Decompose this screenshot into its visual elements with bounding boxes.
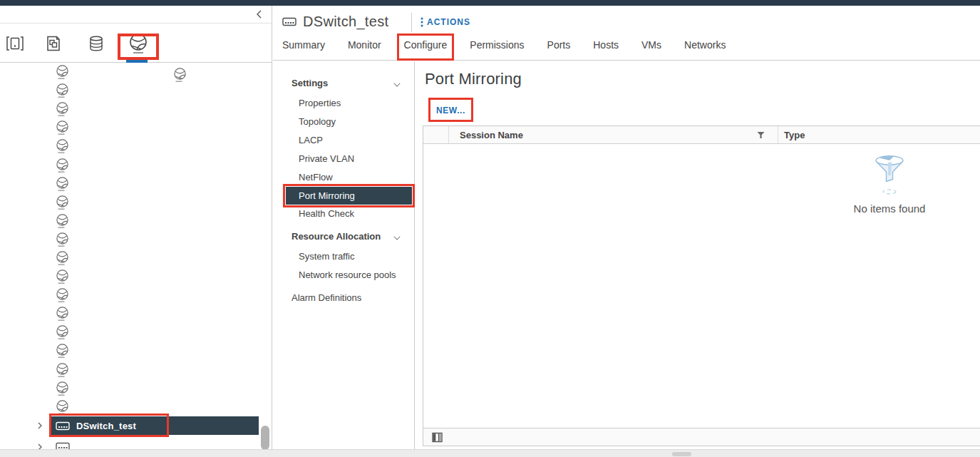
network-icon	[56, 287, 69, 303]
collapse-sidebar-chevron-icon[interactable]	[254, 9, 264, 19]
tree-item-network[interactable]	[56, 63, 69, 81]
tree-item-network[interactable]	[56, 304, 69, 323]
sidebar-collapse-row	[0, 6, 272, 24]
subnav-section-settings[interactable]: Settings	[273, 73, 414, 94]
column-header-type[interactable]: Type	[778, 126, 980, 143]
main-panel: DSwitch_test ACTIONS SummaryMonitorConfi…	[273, 6, 980, 457]
subnav-item-system-traffic[interactable]: System traffic	[273, 247, 414, 266]
divider	[411, 13, 412, 32]
inventory-view-toolbar	[0, 24, 272, 63]
empty-text: No items found	[850, 202, 929, 215]
chevron-down-icon	[393, 80, 400, 86]
distributed-switch-icon	[56, 421, 70, 431]
tree-network-list	[56, 63, 69, 416]
network-icon	[56, 195, 69, 210]
subnav-item-topology[interactable]: Topology	[273, 113, 414, 131]
actions-label: ACTIONS	[427, 17, 470, 27]
storage-icon[interactable]	[86, 33, 107, 54]
tree-item-network[interactable]	[56, 323, 69, 342]
tree-item-network[interactable]	[56, 286, 69, 304]
tree-item-network[interactable]	[56, 379, 69, 398]
network-icon	[56, 381, 69, 396]
tab-vms[interactable]: VMs	[641, 39, 661, 57]
subnav-item-port-mirroring[interactable]: Port Mirroring	[286, 187, 412, 205]
tree-item-network[interactable]	[56, 137, 69, 155]
annotation-highlight-new: NEW...	[428, 98, 473, 122]
subnav-item-private-vlan[interactable]: Private VLAN	[273, 150, 414, 168]
network-icon	[56, 324, 69, 340]
vertical-scrollbar-thumb[interactable]	[261, 426, 269, 450]
inventory-tree	[0, 63, 261, 457]
tree-item-network[interactable]	[56, 267, 69, 286]
page-title: DSwitch_test	[303, 14, 388, 30]
network-icon	[56, 343, 69, 359]
tree-item-network[interactable]	[56, 249, 69, 267]
network-icon	[56, 64, 69, 80]
tab-networks[interactable]: Networks	[684, 39, 726, 57]
tab-configure[interactable]: Configure	[404, 39, 448, 57]
tab-monitor[interactable]: Monitor	[348, 39, 381, 57]
tree-item-network[interactable]	[56, 342, 69, 360]
network-icon	[173, 67, 187, 83]
expand-caret-icon[interactable]	[37, 421, 43, 430]
network-icon	[56, 269, 69, 284]
filter-icon[interactable]	[757, 131, 765, 139]
subnav-section-alarm-definitions[interactable]: Alarm Definitions	[273, 287, 414, 309]
tab-summary[interactable]: Summary	[282, 39, 325, 57]
tree-item-network-nested[interactable]	[173, 67, 187, 83]
content-panel: Port Mirroring NEW... Session Name Type	[415, 61, 980, 457]
column-header-session-name[interactable]: Session Name	[449, 126, 778, 143]
tree-item-network[interactable]	[56, 118, 69, 137]
table-select-column	[423, 126, 449, 143]
horizontal-scrollbar	[0, 449, 980, 457]
column-label: Session Name	[460, 130, 523, 140]
tree-item-network[interactable]	[56, 230, 69, 249]
column-label: Type	[784, 130, 805, 140]
vertical-dots-icon	[421, 17, 423, 27]
tree-item-label: DSwitch_test	[76, 421, 136, 431]
tab-bar: SummaryMonitorConfigurePermissionsPortsH…	[282, 39, 726, 57]
table-body: No items found	[423, 144, 980, 428]
network-icon	[56, 101, 69, 117]
tree-item-network[interactable]	[56, 212, 69, 230]
tree-item-dswitch-test[interactable]: DSwitch_test	[51, 416, 259, 435]
table-footer	[423, 428, 980, 446]
subnav-item-lacp[interactable]: LACP	[273, 131, 414, 150]
subnav-section-resource-allocation[interactable]: Resource Allocation	[273, 226, 414, 247]
table-header-row: Session Name Type	[423, 126, 980, 144]
chevron-down-icon	[393, 233, 400, 240]
window-top-bar	[0, 0, 980, 6]
tab-hosts[interactable]: Hosts	[593, 39, 619, 57]
tree-item-network[interactable]	[56, 361, 69, 379]
content-heading: Port Mirroring	[425, 70, 522, 88]
object-header: DSwitch_test ACTIONS SummaryMonitorConfi…	[273, 6, 980, 61]
distributed-switch-icon	[56, 421, 70, 431]
tree-item-network[interactable]	[56, 155, 69, 174]
horizontal-scrollbar-thumb[interactable]	[672, 452, 691, 456]
distributed-switch-icon	[282, 16, 296, 26]
tree-item-network[interactable]	[56, 175, 69, 193]
networking-icon[interactable]	[128, 33, 149, 54]
tree-item-network[interactable]	[56, 81, 69, 100]
network-icon	[56, 399, 69, 415]
new-session-button[interactable]: NEW...	[436, 106, 465, 115]
distributed-switch-icon	[282, 16, 296, 26]
tree-item-network[interactable]	[56, 100, 69, 118]
column-settings-icon[interactable]	[432, 432, 443, 443]
network-icon	[56, 306, 69, 322]
network-icon	[56, 138, 69, 154]
vms-and-templates-icon[interactable]	[43, 33, 64, 54]
network-icon	[56, 250, 69, 266]
subnav-item-properties[interactable]: Properties	[273, 94, 414, 113]
network-icon	[56, 176, 69, 192]
actions-menu-button[interactable]: ACTIONS	[421, 17, 470, 27]
hosts-and-clusters-icon[interactable]	[4, 33, 26, 54]
network-icon	[56, 232, 69, 247]
subnav-item-network-resource-pools[interactable]: Network resource pools	[273, 266, 414, 284]
subnav: SettingsPropertiesTopologyLACPPrivate VL…	[273, 61, 415, 457]
tab-permissions[interactable]: Permissions	[470, 39, 524, 57]
tree-item-network[interactable]	[56, 193, 69, 212]
network-icon	[56, 83, 69, 98]
empty-filter-funnel-icon	[873, 154, 906, 197]
tab-ports[interactable]: Ports	[547, 39, 571, 57]
